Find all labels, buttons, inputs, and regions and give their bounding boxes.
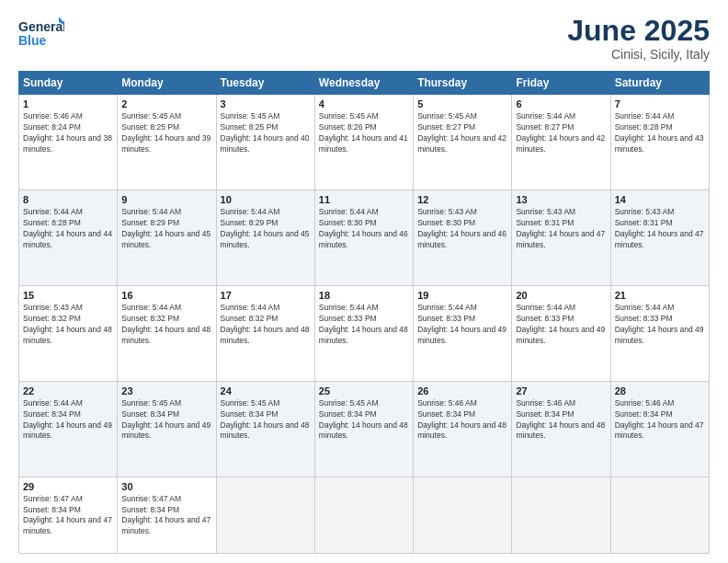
day-info: Sunrise: 5:43 AMSunset: 8:32 PMDaylight:… — [23, 303, 112, 345]
day-info: Sunrise: 5:46 AMSunset: 8:34 PMDaylight:… — [516, 398, 605, 441]
calendar-subtitle: Cinisi, Sicily, Italy — [567, 47, 710, 62]
day-info: Sunrise: 5:43 AMSunset: 8:30 PMDaylight:… — [417, 207, 506, 249]
table-row: 7 Sunrise: 5:44 AMSunset: 8:28 PMDayligh… — [610, 95, 709, 190]
logo-svg: General Blue — [18, 15, 64, 52]
day-info: Sunrise: 5:45 AMSunset: 8:25 PMDaylight:… — [121, 111, 210, 154]
day-number: 8 — [23, 194, 113, 205]
day-info: Sunrise: 5:45 AMSunset: 8:26 PMDaylight:… — [319, 111, 408, 154]
calendar-week-row: 1 Sunrise: 5:46 AMSunset: 8:24 PMDayligh… — [19, 95, 710, 190]
calendar-week-row: 29 Sunrise: 5:47 AMSunset: 8:34 PMDaylig… — [19, 477, 710, 553]
table-row: 16 Sunrise: 5:44 AMSunset: 8:32 PMDaylig… — [118, 285, 216, 381]
table-row: 27 Sunrise: 5:46 AMSunset: 8:34 PMDaylig… — [512, 381, 610, 477]
table-row: 17 Sunrise: 5:44 AMSunset: 8:32 PMDaylig… — [216, 285, 314, 381]
day-number: 19 — [417, 290, 507, 301]
day-info: Sunrise: 5:45 AMSunset: 8:34 PMDaylight:… — [319, 398, 408, 441]
table-row: 4 Sunrise: 5:45 AMSunset: 8:26 PMDayligh… — [314, 95, 413, 190]
header-sunday: Sunday — [19, 72, 118, 95]
table-row: 20 Sunrise: 5:44 AMSunset: 8:33 PMDaylig… — [512, 285, 610, 381]
day-number: 15 — [23, 290, 113, 301]
table-row — [414, 477, 512, 553]
day-number: 3 — [221, 98, 311, 109]
table-row: 8 Sunrise: 5:44 AMSunset: 8:28 PMDayligh… — [19, 190, 118, 286]
calendar-page: General Blue June 2025 Cinisi, Sicily, I… — [0, 0, 728, 563]
day-number: 30 — [121, 481, 211, 492]
day-number: 22 — [23, 385, 113, 396]
table-row: 2 Sunrise: 5:45 AMSunset: 8:25 PMDayligh… — [118, 95, 216, 190]
day-info: Sunrise: 5:44 AMSunset: 8:34 PMDaylight:… — [23, 398, 112, 441]
day-info: Sunrise: 5:43 AMSunset: 8:31 PMDaylight:… — [615, 207, 704, 249]
day-number: 17 — [221, 290, 311, 301]
day-info: Sunrise: 5:44 AMSunset: 8:32 PMDaylight:… — [221, 303, 310, 345]
table-row: 24 Sunrise: 5:45 AMSunset: 8:34 PMDaylig… — [216, 381, 314, 477]
day-number: 25 — [319, 385, 409, 396]
table-row: 23 Sunrise: 5:45 AMSunset: 8:34 PMDaylig… — [118, 381, 216, 477]
day-number: 14 — [615, 194, 705, 205]
table-row: 3 Sunrise: 5:45 AMSunset: 8:25 PMDayligh… — [216, 95, 314, 190]
table-row: 1 Sunrise: 5:46 AMSunset: 8:24 PMDayligh… — [19, 95, 118, 190]
day-info: Sunrise: 5:44 AMSunset: 8:28 PMDaylight:… — [615, 111, 704, 154]
logo: General Blue — [18, 15, 64, 52]
table-row: 14 Sunrise: 5:43 AMSunset: 8:31 PMDaylig… — [610, 190, 709, 286]
header: General Blue June 2025 Cinisi, Sicily, I… — [18, 15, 710, 62]
table-row: 25 Sunrise: 5:45 AMSunset: 8:34 PMDaylig… — [314, 381, 413, 477]
table-row: 22 Sunrise: 5:44 AMSunset: 8:34 PMDaylig… — [19, 381, 118, 477]
day-number: 29 — [23, 481, 113, 492]
header-tuesday: Tuesday — [216, 72, 314, 95]
table-row — [610, 477, 709, 553]
day-info: Sunrise: 5:46 AMSunset: 8:24 PMDaylight:… — [23, 111, 112, 154]
header-thursday: Thursday — [414, 72, 512, 95]
day-number: 21 — [615, 290, 705, 301]
calendar-week-row: 8 Sunrise: 5:44 AMSunset: 8:28 PMDayligh… — [19, 190, 710, 286]
table-row: 5 Sunrise: 5:45 AMSunset: 8:27 PMDayligh… — [414, 95, 512, 190]
day-number: 16 — [121, 290, 211, 301]
calendar-week-row: 15 Sunrise: 5:43 AMSunset: 8:32 PMDaylig… — [19, 285, 710, 381]
table-row: 12 Sunrise: 5:43 AMSunset: 8:30 PMDaylig… — [414, 190, 512, 286]
header-friday: Friday — [512, 72, 610, 95]
day-number: 27 — [516, 385, 606, 396]
day-info: Sunrise: 5:46 AMSunset: 8:34 PMDaylight:… — [615, 398, 704, 441]
day-number: 4 — [319, 98, 409, 109]
day-info: Sunrise: 5:46 AMSunset: 8:34 PMDaylight:… — [417, 398, 506, 441]
header-monday: Monday — [118, 72, 216, 95]
day-number: 26 — [417, 385, 507, 396]
day-number: 13 — [516, 194, 606, 205]
header-wednesday: Wednesday — [314, 72, 413, 95]
table-row: 10 Sunrise: 5:44 AMSunset: 8:29 PMDaylig… — [216, 190, 314, 286]
day-info: Sunrise: 5:44 AMSunset: 8:28 PMDaylight:… — [23, 207, 112, 249]
day-info: Sunrise: 5:45 AMSunset: 8:34 PMDaylight:… — [221, 398, 310, 441]
day-info: Sunrise: 5:44 AMSunset: 8:33 PMDaylight:… — [615, 303, 704, 345]
day-info: Sunrise: 5:44 AMSunset: 8:30 PMDaylight:… — [319, 207, 408, 249]
day-number: 2 — [121, 98, 211, 109]
header-saturday: Saturday — [610, 72, 709, 95]
table-row: 9 Sunrise: 5:44 AMSunset: 8:29 PMDayligh… — [118, 190, 216, 286]
day-info: Sunrise: 5:45 AMSunset: 8:27 PMDaylight:… — [417, 111, 506, 154]
table-row: 18 Sunrise: 5:44 AMSunset: 8:33 PMDaylig… — [314, 285, 413, 381]
table-row: 6 Sunrise: 5:44 AMSunset: 8:27 PMDayligh… — [512, 95, 610, 190]
day-number: 5 — [417, 98, 507, 109]
day-number: 23 — [121, 385, 211, 396]
table-row: 13 Sunrise: 5:43 AMSunset: 8:31 PMDaylig… — [512, 190, 610, 286]
day-number: 6 — [516, 98, 606, 109]
day-info: Sunrise: 5:47 AMSunset: 8:34 PMDaylight:… — [121, 494, 210, 536]
day-number: 12 — [417, 194, 507, 205]
table-row: 15 Sunrise: 5:43 AMSunset: 8:32 PMDaylig… — [19, 285, 118, 381]
day-info: Sunrise: 5:47 AMSunset: 8:34 PMDaylight:… — [23, 494, 112, 536]
day-info: Sunrise: 5:43 AMSunset: 8:31 PMDaylight:… — [516, 207, 605, 249]
day-info: Sunrise: 5:44 AMSunset: 8:33 PMDaylight:… — [319, 303, 408, 345]
table-row — [314, 477, 413, 553]
day-number: 24 — [221, 385, 311, 396]
table-row — [216, 477, 314, 553]
table-row — [512, 477, 610, 553]
table-row: 11 Sunrise: 5:44 AMSunset: 8:30 PMDaylig… — [314, 190, 413, 286]
table-row: 21 Sunrise: 5:44 AMSunset: 8:33 PMDaylig… — [610, 285, 709, 381]
table-row: 28 Sunrise: 5:46 AMSunset: 8:34 PMDaylig… — [610, 381, 709, 477]
day-number: 9 — [121, 194, 211, 205]
day-number: 7 — [615, 98, 705, 109]
table-row: 30 Sunrise: 5:47 AMSunset: 8:34 PMDaylig… — [118, 477, 216, 553]
day-info: Sunrise: 5:44 AMSunset: 8:33 PMDaylight:… — [417, 303, 506, 345]
day-number: 28 — [615, 385, 705, 396]
svg-text:Blue: Blue — [18, 33, 47, 48]
day-info: Sunrise: 5:44 AMSunset: 8:29 PMDaylight:… — [121, 207, 210, 249]
day-info: Sunrise: 5:44 AMSunset: 8:33 PMDaylight:… — [516, 303, 605, 345]
day-info: Sunrise: 5:44 AMSunset: 8:27 PMDaylight:… — [516, 111, 605, 154]
